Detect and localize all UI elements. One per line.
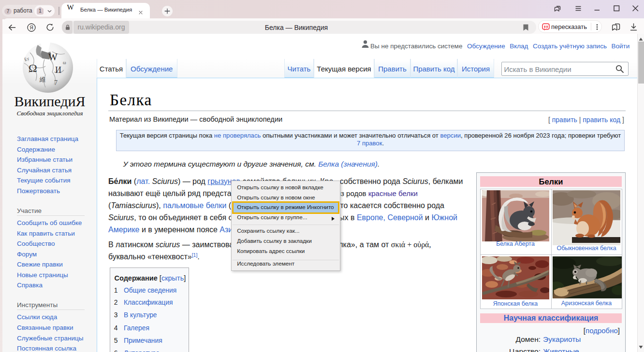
svg-text:И: И bbox=[55, 65, 61, 75]
svg-text:Я: Я bbox=[29, 25, 33, 30]
svg-text:ω: ω bbox=[63, 60, 66, 65]
svg-text:W: W bbox=[48, 52, 58, 62]
svg-text:Ω: Ω bbox=[29, 62, 37, 74]
svg-text:7: 7 bbox=[54, 79, 58, 86]
svg-text:維: 維 bbox=[39, 76, 46, 83]
